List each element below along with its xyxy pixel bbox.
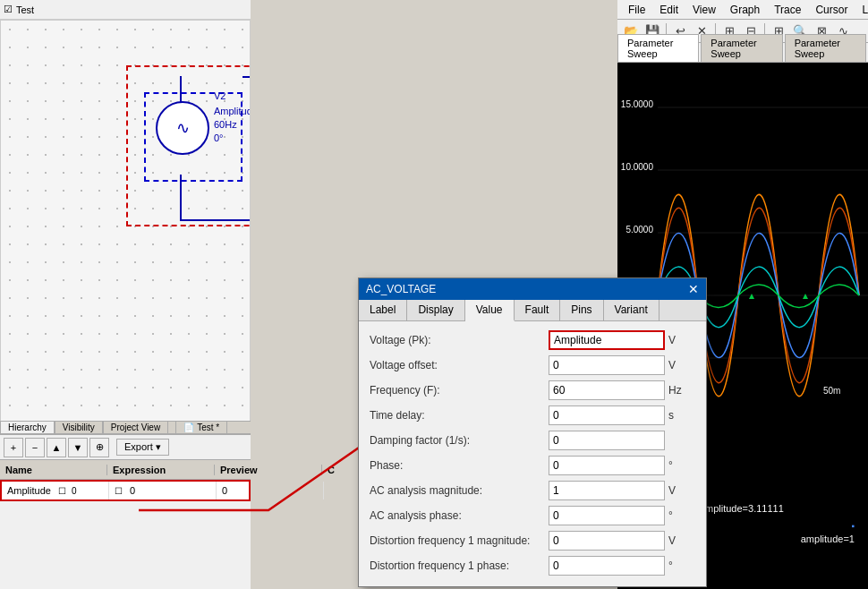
bottom-toolbar: + − ▲ ▼ ⊕ Export ▾ <box>0 435 251 460</box>
unit-voltage-pk: V <box>668 334 695 346</box>
input-dist-phase[interactable] <box>549 556 665 576</box>
label-dist-mag: Distortion frequency 1 magnitude: <box>370 534 549 547</box>
dialog-tab-label[interactable]: Label <box>359 300 407 320</box>
move-down-button[interactable]: ▼ <box>68 438 88 457</box>
remove-button[interactable]: − <box>25 438 45 457</box>
bottom-panel: + − ▲ ▼ ⊕ Export ▾ Name Expression Previ… <box>0 433 251 589</box>
dialog-title-bar: AC_VOLTAGE ✕ <box>359 278 706 300</box>
move-up-button[interactable]: ▲ <box>47 438 66 457</box>
input-dist-mag[interactable] <box>549 531 665 551</box>
input-ac-magnitude[interactable] <box>549 481 665 500</box>
input-phase[interactable] <box>549 456 665 475</box>
dialog-tab-display[interactable]: Display <box>407 300 464 320</box>
input-time-delay[interactable] <box>549 405 665 425</box>
field-dist-mag: Distortion frequency 1 magnitude: V <box>370 529 695 552</box>
dialog-ac-voltage: AC_VOLTAGE ✕ Label Display Value Fault P… <box>358 277 707 587</box>
col-name: Name <box>0 465 107 475</box>
vsource-name: V2 <box>214 90 226 101</box>
extra-button[interactable]: ⊕ <box>89 438 109 457</box>
input-damping[interactable] <box>549 431 665 450</box>
amplitude-checkbox: ▪ <box>851 520 855 531</box>
unit-voltage-offset: V <box>668 359 695 371</box>
wire-bottom <box>180 219 251 221</box>
dialog-tab-fault[interactable]: Fault <box>515 300 561 320</box>
vsource-tilde: ∿ <box>176 118 190 138</box>
label-time-delay: Time delay: <box>370 409 549 422</box>
table-header: Name Expression Preview C <box>0 460 251 480</box>
export-button[interactable]: Export ▾ <box>116 439 169 456</box>
tab-project-view[interactable]: Project View <box>103 421 168 433</box>
add-button[interactable]: + <box>4 438 23 457</box>
dialog-tab-value[interactable]: Value <box>465 300 515 321</box>
graph-tab-bar: Parameter Sweep Parameter Sweep Paramete… <box>617 43 868 63</box>
row-name: Amplitude <box>7 485 51 496</box>
cell-preview: 0 <box>217 482 324 499</box>
menu-cursor[interactable]: Cursor <box>808 2 855 18</box>
dialog-title-text: AC_VOLTAGE <box>366 283 436 295</box>
field-frequency: Frequency (F): Hz <box>370 379 695 402</box>
marker-2 <box>749 294 754 299</box>
unit-ac-magnitude: V <box>668 484 695 497</box>
dialog-tab-pins[interactable]: Pins <box>560 300 603 320</box>
y-tick-1: 15.0000 <box>621 99 654 109</box>
menu-legend[interactable]: Legend <box>855 2 868 18</box>
label-voltage-offset: Voltage offset: <box>370 359 549 371</box>
menu-trace[interactable]: Trace <box>767 2 808 18</box>
label-ac-phase: AC analysis phase: <box>370 509 549 522</box>
label-ac-magnitude: AC analysis magnitude: <box>370 484 549 497</box>
col-preview: Preview <box>215 465 322 475</box>
test-label: Test <box>16 4 34 15</box>
graph-tab-2[interactable]: Parameter Sweep <box>701 34 782 62</box>
vsource[interactable]: ∿ V2 Amplitude 60Hz 0° <box>156 101 209 155</box>
input-frequency[interactable] <box>549 380 665 400</box>
menu-file[interactable]: File <box>621 2 652 18</box>
menu-graph[interactable]: Graph <box>723 2 767 18</box>
input-ac-phase[interactable] <box>549 506 665 525</box>
cell-name: Amplitude ☐ 0 <box>2 482 109 499</box>
wire-top <box>243 76 251 78</box>
input-voltage-offset[interactable] <box>549 355 665 375</box>
field-voltage-offset: Voltage offset: V <box>370 354 695 377</box>
label-voltage-pk: Voltage (Pk): <box>370 334 549 346</box>
field-damping: Damping factor (1/s): <box>370 429 695 452</box>
graph-tab-3[interactable]: Parameter Sweep <box>785 34 866 62</box>
vsource-line2: 60Hz <box>214 119 237 130</box>
unit-phase: ° <box>668 459 695 472</box>
tab-visibility[interactable]: Visibility <box>55 421 103 433</box>
menu-bar: File Edit View Graph Trace Cursor Legend <box>617 0 868 20</box>
unit-ac-phase: ° <box>668 509 695 522</box>
grid-background: ∿ V2 Amplitude 60Hz 0° R1 845kΩ <box>1 21 250 445</box>
label-damping: Damping factor (1/s): <box>370 434 549 447</box>
menu-view[interactable]: View <box>685 2 723 18</box>
field-time-delay: Time delay: s <box>370 404 695 427</box>
field-ac-phase: AC analysis phase: ° <box>370 504 695 527</box>
vsource-line1: Amplitude <box>214 106 251 116</box>
amplitude-label: amplitude=1 <box>801 534 855 544</box>
unit-frequency: Hz <box>668 384 695 397</box>
row-value: 0 <box>72 486 77 496</box>
col-expression: Expression <box>107 465 215 475</box>
table-row[interactable]: Amplitude ☐ 0 ☐ 0 0 <box>0 480 251 501</box>
vsource-line3: 0° <box>214 132 224 143</box>
field-phase: Phase: ° <box>370 454 695 477</box>
dialog-tab-bar: Label Display Value Fault Pins Variant <box>359 300 706 321</box>
unit-time-delay: s <box>668 409 695 422</box>
checkbox-small[interactable]: ☐ <box>58 486 66 496</box>
x-tick-50m: 50m <box>823 386 840 396</box>
marker-3 <box>803 294 808 299</box>
dialog-content: Voltage (Pk): V Voltage offset: V Freque… <box>359 321 706 586</box>
expr-checkbox[interactable]: ☐ <box>115 486 123 496</box>
schematic-area: ∿ V2 Amplitude 60Hz 0° R1 845kΩ <box>0 20 251 446</box>
unit-dist-mag: V <box>668 534 695 547</box>
graph-tab-1[interactable]: Parameter Sweep <box>617 34 699 62</box>
y-tick-3: 5.0000 <box>625 225 653 235</box>
tab-sheet-test[interactable]: 📄 Test * <box>175 421 227 433</box>
dialog-close-button[interactable]: ✕ <box>688 282 699 296</box>
unit-dist-phase: ° <box>668 559 695 572</box>
label-frequency: Frequency (F): <box>370 384 549 397</box>
tab-hierarchy[interactable]: Hierarchy <box>0 421 55 433</box>
sheet-tab-icon: 📄 <box>183 423 194 432</box>
dialog-tab-variant[interactable]: Variant <box>604 300 660 320</box>
menu-edit[interactable]: Edit <box>652 2 685 18</box>
input-voltage-pk[interactable] <box>549 330 665 350</box>
